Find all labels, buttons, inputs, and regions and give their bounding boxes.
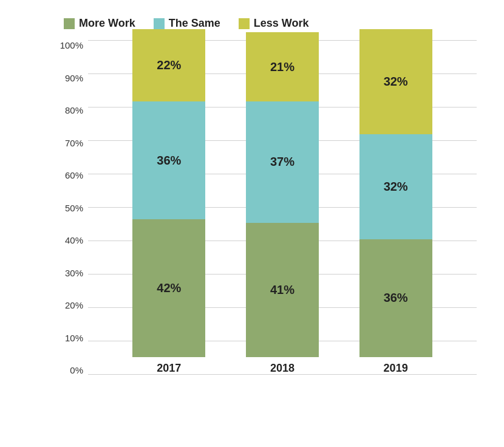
chart-container: More WorkThe SameLess Work 0%10%20%30%40… <box>15 11 489 436</box>
legend-swatch-more-work <box>64 18 75 29</box>
bar-segment-2017-less: 22% <box>132 29 205 101</box>
bar-segment-2019-same: 32% <box>359 134 432 239</box>
bar-group-2019: 36%32%32%2019 <box>356 29 435 375</box>
plot-area: 42%36%22%201741%37%21%201836%32%32%2019 <box>88 41 477 375</box>
bar-segment-2017-same: 36% <box>132 101 205 219</box>
bar-segment-2017-more: 42% <box>132 219 205 357</box>
y-label-1: 10% <box>58 333 88 343</box>
legend-label-less-work: Less Work <box>254 17 309 30</box>
bar-label-2017-same: 36% <box>157 154 181 168</box>
y-label-8: 80% <box>58 106 88 115</box>
y-label-7: 70% <box>58 138 88 148</box>
legend-item-more-work: More Work <box>64 17 135 30</box>
chart-area: 0%10%20%30%40%50%60%70%80%90%100% 42%36%… <box>58 41 477 393</box>
bar-label-2019-less: 32% <box>384 75 408 89</box>
legend-item-the-same: The Same <box>154 17 220 30</box>
stacked-bar-2017: 42%36%22% <box>132 29 205 357</box>
y-label-3: 30% <box>58 268 88 278</box>
bar-label-2017-more: 42% <box>157 281 181 295</box>
y-axis: 0%10%20%30%40%50%60%70%80%90%100% <box>58 41 88 375</box>
y-label-9: 90% <box>58 73 88 83</box>
x-label-2018: 2018 <box>270 362 295 375</box>
bars-row: 42%36%22%201741%37%21%201836%32%32%2019 <box>88 41 477 375</box>
y-label-0: 0% <box>58 366 88 375</box>
bar-group-2017: 42%36%22%2017 <box>129 29 208 375</box>
bar-segment-2019-less: 32% <box>359 29 432 134</box>
stacked-bar-2019: 36%32%32% <box>359 29 432 357</box>
bar-segment-2018-same: 37% <box>246 101 319 223</box>
y-label-5: 50% <box>58 203 88 213</box>
y-label-10: 100% <box>58 41 88 50</box>
bar-segment-2018-more: 41% <box>246 223 319 357</box>
bar-label-2018-more: 41% <box>270 283 295 297</box>
legend-item-less-work: Less Work <box>239 17 309 30</box>
x-label-2017: 2017 <box>157 362 181 375</box>
bar-label-2017-less: 22% <box>157 58 181 72</box>
legend: More WorkThe SameLess Work <box>58 17 477 30</box>
y-label-4: 40% <box>58 236 88 245</box>
bar-label-2018-same: 37% <box>270 155 295 169</box>
x-label-2019: 2019 <box>384 362 408 375</box>
bar-segment-2018-less: 21% <box>246 32 319 101</box>
bar-label-2018-less: 21% <box>270 60 295 74</box>
bar-label-2019-same: 32% <box>384 180 408 194</box>
legend-label-the-same: The Same <box>169 17 220 30</box>
bar-segment-2019-more: 36% <box>359 239 432 357</box>
y-label-2: 20% <box>58 301 88 310</box>
bar-label-2019-more: 36% <box>384 291 408 305</box>
legend-swatch-the-same <box>154 18 165 29</box>
stacked-bar-2018: 41%37%21% <box>246 29 319 357</box>
legend-label-more-work: More Work <box>79 17 135 30</box>
legend-swatch-less-work <box>239 18 250 29</box>
y-label-6: 60% <box>58 171 88 180</box>
bar-group-2018: 41%37%21%2018 <box>243 29 322 375</box>
